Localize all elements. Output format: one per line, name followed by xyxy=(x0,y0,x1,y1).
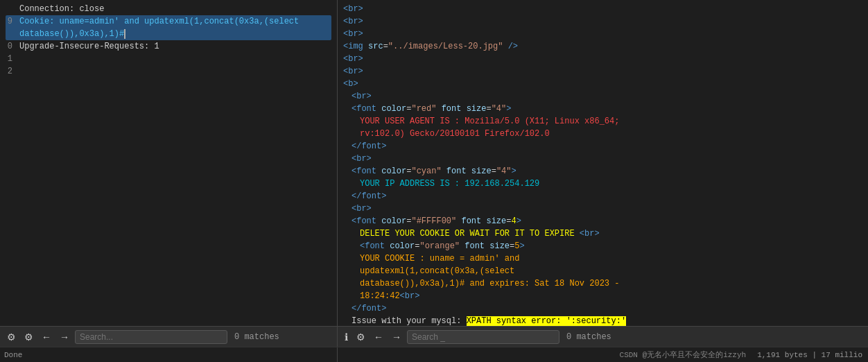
xml-line: <img src="../images/Less-20.jpg" /> xyxy=(343,40,862,53)
done-label: Done xyxy=(4,351,22,359)
arrow-left-button[interactable]: ← xyxy=(39,330,54,344)
line-number: 1 xyxy=(6,53,19,65)
left-search-input[interactable] xyxy=(75,330,227,344)
xml-line: Issue with your mysql: XPATH syntax erro… xyxy=(343,315,862,326)
left-match-count: 0 matches xyxy=(234,332,279,342)
code-line: 0 Upgrade-Insecure-Requests: 1 xyxy=(6,40,331,53)
right-info-button[interactable]: ℹ xyxy=(342,330,351,344)
xml-line: YOUR COOKIE : uname = admin' and xyxy=(343,252,862,265)
text-cursor xyxy=(124,29,125,39)
xml-line: YOUR USER AGENT IS : Mozilla/5.0 (X11; L… xyxy=(343,115,862,128)
xml-line: DELETE YOUR COOKIE OR WAIT FOR IT TO EXP… xyxy=(343,227,862,240)
file-size-text: 1,191 bytes | 17 millio xyxy=(757,351,862,359)
xml-line: database()),0x3a),1)# and expires: Sat 1… xyxy=(343,277,862,290)
line-number: 0 xyxy=(6,40,19,53)
code-line: 2 xyxy=(6,65,331,78)
xml-line: <br> xyxy=(343,153,862,165)
xml-line: YOUR IP ADDRESS IS : 192.168.254.129 xyxy=(343,178,862,190)
main-area: Connection: close 9 Cookie: uname=admin'… xyxy=(0,0,868,347)
xml-line: </font> xyxy=(343,190,862,202)
arrow-right-button[interactable]: → xyxy=(57,330,72,344)
bottom-status: Done CSDN @无名小卒且不会安全的izzyh 1,191 bytes |… xyxy=(0,347,868,362)
xml-line: </font> xyxy=(343,140,862,153)
settings-button-2[interactable]: ⚙ xyxy=(21,330,36,344)
code-line-cursor: 9 Cookie: uname=admin' and updatexml(1,c… xyxy=(6,15,331,40)
xml-line: <b> xyxy=(343,78,862,90)
left-pane: Connection: close 9 Cookie: uname=admin'… xyxy=(0,0,338,347)
right-search-input[interactable] xyxy=(407,330,559,344)
right-arrow-right-button[interactable]: → xyxy=(389,330,404,344)
xml-line: <font color="cyan" font size="4"> xyxy=(343,165,862,178)
xml-line: <br> xyxy=(343,53,862,65)
xml-line: rv:102.0) Gecko/20100101 Firefox/102.0 xyxy=(343,128,862,140)
watermark-text: CSDN @无名小卒且不会安全的izzyh xyxy=(620,350,747,360)
code-line: Connection: close xyxy=(6,3,331,15)
highlighted-text: XPATH syntax error: ':security:' xyxy=(467,316,626,326)
xml-line: <br> xyxy=(343,65,862,78)
line-number: 2 xyxy=(6,65,19,78)
line-text: Upgrade-Insecure-Requests: 1 xyxy=(19,40,331,53)
bottom-left-status: Done xyxy=(0,347,338,362)
xml-line: <br> xyxy=(343,202,862,215)
line-text: Connection: close xyxy=(19,3,331,15)
xml-line: updatexml(1,concat(0x3a,(select xyxy=(343,265,862,277)
left-toolbar: ⚙ ⚙ ← → 0 matches xyxy=(0,326,337,347)
bottom-right-status: CSDN @无名小卒且不会安全的izzyh 1,191 bytes | 17 m… xyxy=(338,347,868,362)
xml-line: <font color="red" font size="4"> xyxy=(343,103,862,115)
xml-line: <font color="orange" font size=5> xyxy=(343,240,862,252)
xml-line: <br> xyxy=(343,28,862,40)
right-settings-button[interactable]: ⚙ xyxy=(354,330,368,344)
code-line: 1 xyxy=(6,53,331,65)
xml-line: <font color="#FFFF00" font size=4> xyxy=(343,215,862,227)
left-content: Connection: close 9 Cookie: uname=admin'… xyxy=(0,0,337,326)
xml-line: <br> xyxy=(343,3,862,15)
right-pane: <br> <br> <br> <img src="../images/Less-… xyxy=(338,0,868,347)
right-content: <br> <br> <br> <img src="../images/Less-… xyxy=(338,0,868,326)
xml-line: <br> xyxy=(343,15,862,28)
xml-line: </font> xyxy=(343,302,862,315)
xml-line: <br> xyxy=(343,90,862,103)
right-toolbar: ℹ ⚙ ← → 0 matches xyxy=(338,326,868,347)
xml-line: 18:24:42<br> xyxy=(343,290,862,302)
line-number: 9 xyxy=(6,15,19,28)
right-arrow-left-button[interactable]: ← xyxy=(371,330,386,344)
settings-button[interactable]: ⚙ xyxy=(4,330,19,344)
right-match-count: 0 matches xyxy=(566,332,611,342)
line-text: Cookie: uname=admin' and updatexml(1,con… xyxy=(19,15,331,40)
